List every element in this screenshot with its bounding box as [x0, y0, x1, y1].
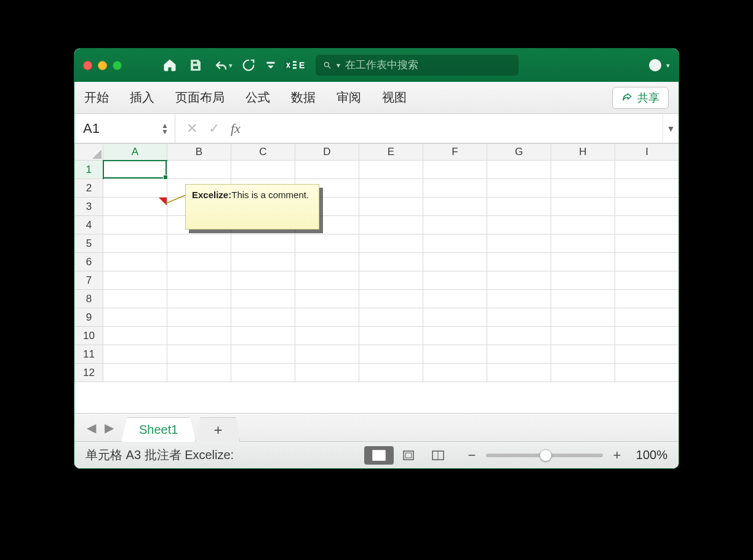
- cell-B10[interactable]: [167, 327, 231, 345]
- cell-B6[interactable]: [167, 253, 231, 271]
- cell-A11[interactable]: [103, 345, 167, 364]
- name-box[interactable]: A1 ▲▼: [74, 114, 175, 143]
- cell-G9[interactable]: [487, 308, 551, 327]
- undo-dropdown-icon[interactable]: ▾: [229, 62, 233, 70]
- cell-A6[interactable]: [103, 253, 167, 271]
- cell-B11[interactable]: [167, 345, 231, 364]
- cell-G6[interactable]: [487, 253, 551, 271]
- cell-D1[interactable]: [295, 161, 359, 179]
- col-header-D[interactable]: D: [295, 144, 359, 161]
- zoom-slider-knob[interactable]: [540, 449, 552, 462]
- cell-F1[interactable]: [423, 161, 487, 179]
- cell-B9[interactable]: [167, 308, 231, 327]
- cell-A3[interactable]: [103, 198, 167, 216]
- view-page-layout-button[interactable]: [394, 446, 423, 465]
- cell-I12[interactable]: [615, 364, 679, 382]
- cell-H6[interactable]: [551, 253, 615, 271]
- col-header-C[interactable]: C: [231, 144, 295, 161]
- cell-G1[interactable]: [487, 161, 551, 179]
- accept-formula-icon[interactable]: ✓: [209, 121, 220, 137]
- search-box[interactable]: ▾: [316, 55, 519, 76]
- row-header-3[interactable]: 3: [75, 198, 103, 216]
- cell-E5[interactable]: [359, 234, 423, 253]
- cell-D6[interactable]: [295, 253, 359, 271]
- cell-G12[interactable]: [487, 364, 551, 382]
- cell-E7[interactable]: [359, 271, 423, 290]
- redo-icon[interactable]: [239, 55, 258, 75]
- cell-C10[interactable]: [231, 327, 295, 345]
- cell-C6[interactable]: [231, 253, 295, 271]
- zoom-out-button[interactable]: −: [465, 447, 479, 463]
- cell-A10[interactable]: [103, 327, 167, 345]
- cell-A4[interactable]: [103, 216, 167, 234]
- col-header-A[interactable]: A: [103, 144, 167, 161]
- cell-C5[interactable]: [231, 234, 295, 253]
- cell-A5[interactable]: [103, 234, 167, 253]
- search-dropdown-icon[interactable]: ▾: [337, 61, 340, 70]
- cell-C1[interactable]: [231, 161, 295, 179]
- cell-H7[interactable]: [551, 271, 615, 290]
- comment-popup[interactable]: Excelize:This is a comment.: [185, 184, 319, 230]
- cell-D7[interactable]: [295, 271, 359, 290]
- ribbon-tab-data[interactable]: 数据: [291, 89, 316, 106]
- ribbon-tab-formulas[interactable]: 公式: [245, 89, 270, 106]
- emoji-dropdown-icon[interactable]: ▾: [666, 62, 670, 70]
- row-header-1[interactable]: 1: [75, 161, 103, 179]
- select-all-corner[interactable]: [75, 144, 103, 161]
- cell-H4[interactable]: [551, 216, 615, 234]
- cell-I7[interactable]: [615, 271, 679, 290]
- add-sheet-button[interactable]: +: [196, 417, 240, 442]
- cell-D5[interactable]: [295, 234, 359, 253]
- cell-B7[interactable]: [167, 271, 231, 290]
- view-page-break-button[interactable]: [423, 446, 453, 465]
- close-window-button[interactable]: [83, 61, 92, 70]
- cell-E3[interactable]: [359, 198, 423, 216]
- cell-F10[interactable]: [423, 327, 487, 345]
- row-header-4[interactable]: 4: [75, 216, 103, 234]
- col-header-B[interactable]: B: [167, 144, 231, 161]
- cell-G2[interactable]: [487, 179, 551, 198]
- cell-E12[interactable]: [359, 364, 423, 382]
- col-header-G[interactable]: G: [487, 144, 551, 161]
- search-input[interactable]: [345, 59, 511, 71]
- cell-I11[interactable]: [615, 345, 679, 364]
- cell-I3[interactable]: [615, 198, 679, 216]
- cell-A2[interactable]: [103, 179, 167, 198]
- ribbon-tab-review[interactable]: 审阅: [337, 89, 361, 106]
- col-header-I[interactable]: I: [615, 144, 679, 161]
- cell-I2[interactable]: [615, 179, 679, 198]
- cell-B12[interactable]: [167, 364, 231, 382]
- row-header-9[interactable]: 9: [75, 308, 103, 327]
- cell-G10[interactable]: [487, 327, 551, 345]
- cell-E2[interactable]: [359, 179, 423, 198]
- cell-I5[interactable]: [615, 234, 679, 253]
- quick-access-customize-icon[interactable]: [265, 55, 277, 75]
- cell-C7[interactable]: [231, 271, 295, 290]
- ribbon-tab-insert[interactable]: 插入: [130, 89, 154, 106]
- cell-E4[interactable]: [359, 216, 423, 234]
- ribbon-tab-page-layout[interactable]: 页面布局: [175, 89, 225, 106]
- cell-E1[interactable]: [359, 161, 423, 179]
- cell-H8[interactable]: [551, 290, 615, 308]
- cell-D10[interactable]: [295, 327, 359, 345]
- cell-I8[interactable]: [615, 290, 679, 308]
- formula-bar-expand-icon[interactable]: ▼: [663, 114, 679, 143]
- share-button[interactable]: 共享: [612, 87, 669, 109]
- cell-F2[interactable]: [423, 179, 487, 198]
- cell-F6[interactable]: [423, 253, 487, 271]
- cell-I10[interactable]: [615, 327, 679, 345]
- cell-E6[interactable]: [359, 253, 423, 271]
- cell-H11[interactable]: [551, 345, 615, 364]
- ribbon-tab-view[interactable]: 视图: [382, 89, 407, 106]
- cell-G5[interactable]: [487, 234, 551, 253]
- cell-F12[interactable]: [423, 364, 487, 382]
- spreadsheet-grid[interactable]: A B C D E F G H I 123456789101112: [74, 143, 679, 382]
- zoom-in-button[interactable]: +: [610, 447, 624, 463]
- cell-A9[interactable]: [103, 308, 167, 327]
- cell-H9[interactable]: [551, 308, 615, 327]
- cell-F8[interactable]: [423, 290, 487, 308]
- row-header-12[interactable]: 12: [75, 364, 103, 382]
- row-header-10[interactable]: 10: [75, 327, 103, 345]
- save-icon[interactable]: [186, 55, 205, 75]
- cell-E11[interactable]: [359, 345, 423, 364]
